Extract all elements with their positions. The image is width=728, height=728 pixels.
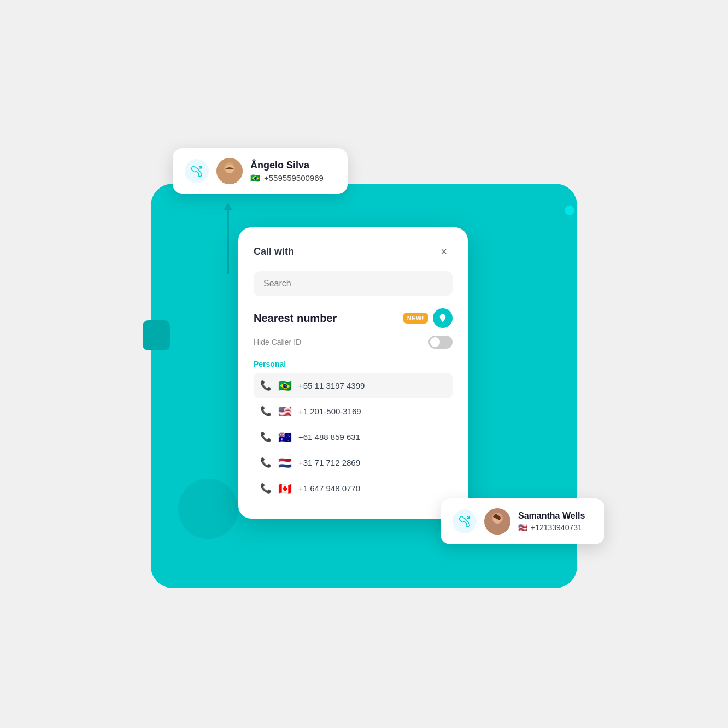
nearest-actions: NEW!: [403, 308, 453, 328]
hide-caller-toggle[interactable]: [428, 336, 453, 349]
angelo-name: Ângelo Silva: [250, 160, 324, 171]
phone-list: 📞 🇧🇷 +55 11 3197 4399 📞 🇺🇸 +1 201-500-31…: [254, 373, 453, 501]
phone-item[interactable]: 📞 🇺🇸 +1 201-500-3169: [254, 398, 453, 424]
modal-title: Call with: [254, 246, 294, 257]
hide-caller-row: Hide Caller ID: [254, 336, 453, 349]
call-with-modal: Call with × Nearest number NEW! Hide Cal…: [238, 227, 468, 519]
hide-caller-label: Hide Caller ID: [254, 338, 301, 347]
angelo-card: Ângelo Silva 🇧🇷 +559559500969: [173, 148, 348, 194]
phone-number: +55 11 3197 4399: [298, 381, 365, 390]
samantha-avatar-svg: [484, 508, 510, 535]
samantha-card: Samantha Wells 🇺🇸 +12133940731: [441, 498, 604, 544]
flag-emoji: 🇺🇸: [278, 406, 292, 417]
angelo-number: 🇧🇷 +559559500969: [250, 173, 324, 183]
deco-circle-small: [565, 206, 574, 215]
close-button[interactable]: ×: [435, 243, 453, 260]
phone-item[interactable]: 📞 🇦🇺 +61 488 859 631: [254, 424, 453, 450]
phone-item[interactable]: 📞 🇨🇦 +1 647 948 0770: [254, 475, 453, 501]
samantha-info: Samantha Wells 🇺🇸 +12133940731: [518, 511, 585, 532]
samantha-name: Samantha Wells: [518, 511, 585, 521]
phone-icon: 📞: [260, 483, 272, 494]
angelo-call-icon: [185, 159, 209, 183]
nearest-number-label: Nearest number: [254, 312, 337, 325]
samantha-flag: 🇺🇸: [518, 523, 527, 532]
new-badge: NEW!: [403, 313, 428, 324]
angelo-info: Ângelo Silva 🇧🇷 +559559500969: [250, 160, 324, 183]
section-personal-label: Personal: [254, 360, 453, 368]
phone-icon: 📞: [260, 380, 272, 391]
phone-number: +61 488 859 631: [298, 432, 360, 442]
samantha-outgoing-call-icon: [459, 515, 471, 527]
phone-item[interactable]: 📞 🇳🇱 +31 71 712 2869: [254, 450, 453, 475]
samantha-number: 🇺🇸 +12133940731: [518, 523, 585, 532]
deco-square: [143, 320, 170, 350]
samantha-phone: +12133940731: [531, 523, 582, 532]
angelo-avatar: [216, 158, 243, 184]
flag-emoji: 🇧🇷: [278, 380, 292, 391]
outgoing-call-icon: [191, 165, 203, 177]
flag-emoji: 🇨🇦: [278, 483, 292, 494]
scene: Ângelo Silva 🇧🇷 +559559500969 Call with …: [118, 118, 610, 610]
nearest-number-row: Nearest number NEW!: [254, 308, 453, 328]
angelo-phone: +559559500969: [264, 173, 324, 183]
arrow-line: [227, 208, 229, 274]
location-icon: [438, 313, 448, 323]
flag-emoji: 🇦🇺: [278, 432, 292, 443]
location-button[interactable]: [433, 308, 453, 328]
phone-icon: 📞: [260, 457, 272, 468]
angelo-avatar-svg: [216, 158, 243, 184]
phone-icon: 📞: [260, 431, 272, 443]
samantha-avatar: [484, 508, 510, 535]
phone-icon: 📞: [260, 406, 272, 417]
phone-number: +1 201-500-3169: [298, 407, 361, 416]
flag-emoji: 🇳🇱: [278, 457, 292, 468]
phone-item[interactable]: 📞 🇧🇷 +55 11 3197 4399: [254, 373, 453, 398]
deco-circle-large: [178, 479, 238, 539]
samantha-call-icon: [453, 509, 477, 533]
phone-number: +31 71 712 2869: [298, 458, 360, 467]
phone-number: +1 647 948 0770: [298, 484, 360, 493]
search-input[interactable]: [254, 271, 453, 296]
angelo-flag: 🇧🇷: [250, 173, 261, 183]
modal-header: Call with ×: [254, 243, 453, 260]
